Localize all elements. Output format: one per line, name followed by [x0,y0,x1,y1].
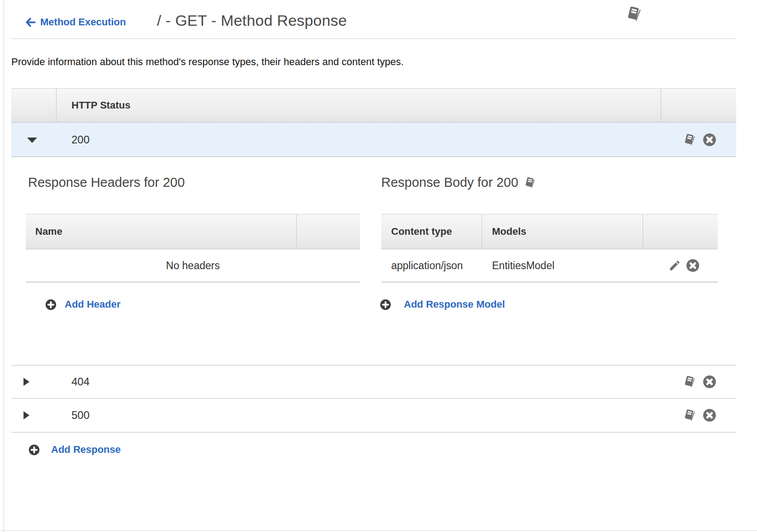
column-divider [482,214,482,249]
book-icon[interactable] [683,133,696,147]
page-description: Provide information about this method's … [11,56,404,68]
book-icon[interactable] [625,5,643,23]
column-divider [661,89,661,122]
add-response-label: Add Response [51,444,121,456]
page-left-border [4,0,4,532]
x-circle-icon[interactable] [703,133,716,147]
add-response-model-button[interactable]: Add Response Model [380,299,505,310]
response-body-title-text: Response Body for 200 [381,175,518,190]
status-code: 500 [71,409,90,422]
response-body-title: Response Body for 200 [381,175,536,190]
x-circle-icon[interactable] [686,259,700,272]
back-arrow-icon [25,17,36,28]
caret-down-icon[interactable] [27,138,37,143]
response-headers-title: Response Headers for 200 [28,175,185,190]
models-column-header: Models [492,226,526,238]
method-response-page: Method Execution / - GET - Method Respon… [0,0,757,532]
plus-circle-icon [45,299,57,310]
status-table-header: HTTP Status [11,88,736,123]
x-circle-icon[interactable] [703,408,716,422]
status-row-500[interactable]: 500 [11,398,736,432]
content-type-value: application/json [391,260,463,272]
column-divider [643,214,643,249]
add-header-label: Add Header [65,299,120,310]
page-title: / - GET - Method Response [157,12,347,29]
caret-right-icon[interactable] [24,378,29,386]
add-response-button[interactable]: Add Response [28,444,121,456]
status-row-404[interactable]: 404 [11,365,736,398]
book-icon[interactable] [524,176,536,189]
page-bottom-border [0,530,757,531]
back-to-method-execution-link[interactable]: Method Execution [25,16,126,28]
caret-right-icon[interactable] [24,411,29,419]
response-headers-title-text: Response Headers for 200 [28,175,185,190]
column-divider [296,214,297,249]
plus-circle-icon [28,444,40,456]
header-divider [11,38,736,39]
x-circle-icon[interactable] [703,375,716,389]
status-code: 200 [71,133,90,146]
add-header-button[interactable]: Add Header [45,299,120,310]
response-headers-table: Name No headers [26,214,360,282]
plus-circle-icon [380,299,391,310]
response-model-row: application/json EntitiesModel [381,249,718,282]
response-body-table-header: Content type Models [381,214,718,249]
http-status-column-header: HTTP Status [71,100,130,111]
book-icon[interactable] [683,408,696,422]
no-headers-text: No headers [26,249,360,282]
status-row-200[interactable]: 200 [11,123,736,157]
back-link-label: Method Execution [40,16,126,28]
model-value: EntitiesModel [492,260,554,272]
column-divider [56,89,57,122]
book-icon[interactable] [683,375,696,389]
pencil-icon[interactable] [668,259,681,272]
no-headers-row: No headers [26,249,360,282]
name-column-header: Name [35,226,62,238]
status-code: 404 [71,375,90,388]
response-headers-table-header: Name [26,214,360,249]
content-type-column-header: Content type [391,226,452,238]
response-body-table: Content type Models application/json Ent… [381,214,718,282]
add-response-model-label: Add Response Model [404,299,505,310]
